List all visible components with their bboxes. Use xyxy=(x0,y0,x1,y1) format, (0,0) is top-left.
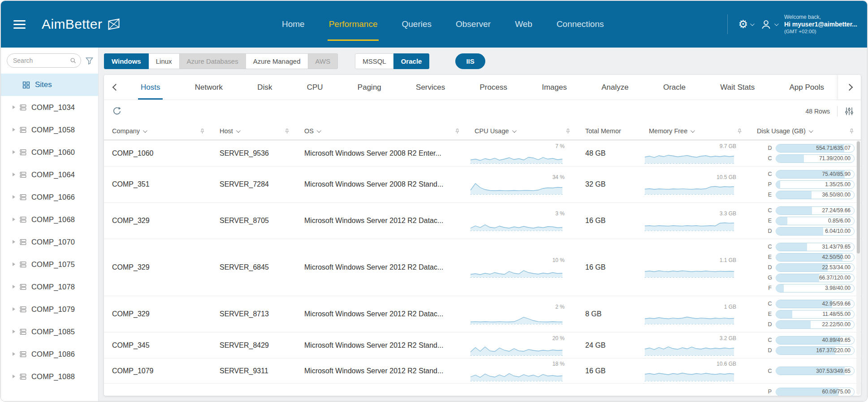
filter-chip-azure-databases[interactable]: Azure Databases xyxy=(179,53,246,69)
search-input[interactable] xyxy=(13,57,70,64)
tabs-scroll-left-button[interactable] xyxy=(104,75,127,100)
sidebar-item-comp_1085[interactable]: COMP_1085 xyxy=(1,320,98,343)
filter-chip-windows[interactable]: Windows xyxy=(104,53,149,69)
sort-caret-icon[interactable] xyxy=(809,128,813,133)
tab-images[interactable]: Images xyxy=(532,75,577,100)
disk-usage-value: 11.48/55.00 xyxy=(822,311,851,317)
sort-caret-icon[interactable] xyxy=(317,128,321,133)
sort-caret-icon[interactable] xyxy=(691,128,695,133)
sidebar-item-comp_1060[interactable]: COMP_1060 xyxy=(1,141,98,163)
table-row[interactable]: COMP_329SERVER_8705Microsoft Windows Ser… xyxy=(104,203,861,239)
expand-caret-icon[interactable] xyxy=(13,285,15,288)
nav-item-queries[interactable]: Queries xyxy=(389,1,444,48)
sidebar-item-sites[interactable]: Sites xyxy=(1,74,98,96)
tabs-scroll-right-button[interactable] xyxy=(838,75,861,100)
column-header-disk[interactable]: Disk Usage (GB) xyxy=(749,122,861,140)
filter-chip-linux[interactable]: Linux xyxy=(148,53,180,69)
tab-paging[interactable]: Paging xyxy=(348,75,391,100)
expand-caret-icon[interactable] xyxy=(13,240,15,244)
sidebar-item-comp_1034[interactable]: COMP_1034 xyxy=(1,96,98,118)
sidebar-item-comp_1064[interactable]: COMP_1064 xyxy=(1,163,98,186)
sort-caret-icon[interactable] xyxy=(236,128,241,133)
tab-disk[interactable]: Disk xyxy=(247,75,282,100)
nav-item-performance[interactable]: Performance xyxy=(317,1,390,48)
expand-caret-icon[interactable] xyxy=(13,262,15,266)
sidebar-item-comp_1066[interactable]: COMP_1066 xyxy=(1,186,98,208)
table-row[interactable]: COMP_1079SERVER_9311Microsoft Windows Se… xyxy=(104,358,861,384)
tab-app-pools[interactable]: App Pools xyxy=(779,75,834,100)
filter-chip-azure-managed[interactable]: Azure Managed xyxy=(246,53,308,69)
column-header-cpu[interactable]: CPU Usage xyxy=(466,122,577,140)
site-label: COMP_1070 xyxy=(31,238,75,246)
column-header-total_memory[interactable]: Total Memor xyxy=(577,122,641,140)
table-row[interactable]: COMP_329SERVER_6845Microsoft Windows Ser… xyxy=(104,239,861,296)
tab-process[interactable]: Process xyxy=(470,75,517,100)
expand-caret-icon[interactable] xyxy=(13,105,15,109)
column-header-memory_free[interactable]: Memory Free xyxy=(641,122,749,140)
expand-caret-icon[interactable] xyxy=(13,352,15,356)
table-row[interactable]: P60.09/75.00 xyxy=(104,384,861,396)
filter-chip-oracle[interactable]: Oracle xyxy=(393,53,430,69)
column-header-os[interactable]: OS xyxy=(296,122,466,140)
hamburger-menu-button[interactable] xyxy=(13,18,26,31)
expand-caret-icon[interactable] xyxy=(13,218,15,221)
refresh-button[interactable] xyxy=(112,106,122,116)
nav-item-connections[interactable]: Connections xyxy=(544,1,616,48)
tab-oracle[interactable]: Oracle xyxy=(653,75,695,100)
sidebar-item-comp_1058[interactable]: COMP_1058 xyxy=(1,118,98,141)
sidebar-item-comp_1088[interactable]: COMP_1088 xyxy=(1,365,98,388)
filter-chip-iis[interactable]: IIS xyxy=(455,53,485,69)
table-row[interactable]: COMP_351SERVER_7284Microsoft Windows Ser… xyxy=(104,166,861,203)
tab-network[interactable]: Network xyxy=(185,75,233,100)
cpu-usage-label: 7 % xyxy=(470,143,566,149)
cell-disk-usage: C40.89/49.65D167.37/220.00 xyxy=(749,332,861,358)
settings-gear-button[interactable]: ⚙ xyxy=(738,19,753,30)
filter-funnel-icon[interactable] xyxy=(85,57,94,65)
table-row[interactable]: COMP_329SERVER_8713Microsoft Windows Ser… xyxy=(104,296,861,332)
table-row[interactable]: COMP_345SERVER_8429Microsoft Windows Ser… xyxy=(104,332,861,358)
nav-item-home[interactable]: Home xyxy=(270,1,317,48)
expand-caret-icon[interactable] xyxy=(13,375,15,378)
pin-icon[interactable] xyxy=(737,128,743,134)
filter-chip-aws[interactable]: AWS xyxy=(308,53,338,69)
vertical-scrollbar[interactable] xyxy=(856,140,860,395)
disk-letter: C xyxy=(767,301,773,307)
cell-memory-free: 10.5 GB xyxy=(641,166,749,202)
scrollbar-thumb[interactable] xyxy=(857,141,860,253)
sort-caret-icon[interactable] xyxy=(143,128,147,133)
expand-caret-icon[interactable] xyxy=(13,330,15,333)
disk-usage-value: 554.71/635.07 xyxy=(816,145,851,151)
sidebar-item-comp_1078[interactable]: COMP_1078 xyxy=(1,275,98,298)
pin-icon[interactable] xyxy=(454,128,460,134)
pin-icon[interactable] xyxy=(849,128,855,134)
column-header-company[interactable]: Company xyxy=(104,122,212,140)
tab-services[interactable]: Services xyxy=(406,75,455,100)
table-row[interactable]: COMP_1060SERVER_9536Microsoft Windows Se… xyxy=(104,140,861,166)
expand-caret-icon[interactable] xyxy=(13,150,15,154)
sort-caret-icon[interactable] xyxy=(512,128,517,133)
tab-cpu[interactable]: CPU xyxy=(297,75,333,100)
expand-caret-icon[interactable] xyxy=(13,173,15,176)
expand-caret-icon[interactable] xyxy=(13,195,15,199)
site-label: COMP_1078 xyxy=(31,283,75,291)
pin-icon[interactable] xyxy=(199,128,205,134)
sidebar-item-comp_1068[interactable]: COMP_1068 xyxy=(1,208,98,231)
user-menu-button[interactable] xyxy=(760,18,777,31)
tab-wait-stats[interactable]: Wait Stats xyxy=(710,75,764,100)
column-settings-button[interactable] xyxy=(845,107,854,116)
sidebar-item-comp_1086[interactable]: COMP_1086 xyxy=(1,343,98,365)
pin-icon[interactable] xyxy=(565,128,571,134)
column-header-host[interactable]: Host xyxy=(212,122,296,140)
nav-item-observer[interactable]: Observer xyxy=(444,1,503,48)
nav-item-web[interactable]: Web xyxy=(503,1,544,48)
tab-hosts[interactable]: Hosts xyxy=(131,75,170,100)
sidebar-item-comp_1070[interactable]: COMP_1070 xyxy=(1,231,98,253)
expand-caret-icon[interactable] xyxy=(13,307,15,311)
filter-chip-mssql[interactable]: MSSQL xyxy=(355,53,394,69)
brand-logo[interactable]: AimBetter xyxy=(42,17,121,32)
pin-icon[interactable] xyxy=(284,128,290,134)
sidebar-item-comp_1079[interactable]: COMP_1079 xyxy=(1,298,98,320)
expand-caret-icon[interactable] xyxy=(13,128,15,131)
tab-analyze[interactable]: Analyze xyxy=(592,75,638,100)
sidebar-item-comp_1075[interactable]: COMP_1075 xyxy=(1,253,98,275)
